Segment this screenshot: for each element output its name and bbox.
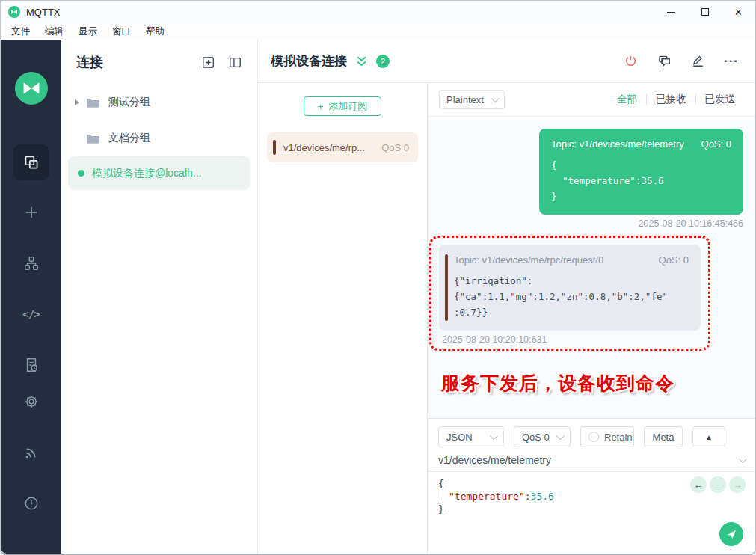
group-row[interactable]: 测试分组: [61, 85, 257, 120]
expand-caret-icon[interactable]: [75, 99, 79, 105]
retain-toggle[interactable]: Retain: [580, 426, 634, 447]
left-rail: </>: [1, 40, 61, 554]
editor-line: }: [438, 503, 745, 515]
connections-tree: 测试分组 文档分组 模拟设备连接@localh...: [61, 85, 257, 190]
rss-icon: [23, 444, 40, 461]
topic-input[interactable]: [438, 454, 739, 466]
qos-select[interactable]: QoS 0: [514, 426, 571, 447]
connection-title: 模拟设备连接: [271, 52, 347, 70]
retain-label: Retain: [604, 432, 633, 443]
history-clear-button[interactable]: −: [710, 476, 726, 493]
meta-label: Meta: [653, 432, 674, 443]
window-title: MQTTX: [26, 7, 61, 18]
sent-message-timestamp: 2025-08-20 10:16:45:466: [440, 218, 743, 229]
add-subscription-button[interactable]: + 添加订阅: [304, 96, 381, 116]
minimize-icon: [667, 12, 675, 13]
menu-window[interactable]: 窗口: [105, 25, 138, 38]
info-icon: [23, 495, 40, 512]
received-message-topic: Topic: v1/devices/me/rpc/request/0: [454, 254, 650, 266]
layout-icon: [228, 55, 242, 70]
payload-type-select[interactable]: Plaintext: [439, 90, 505, 109]
received-message-timestamp: 2025-08-20 10:20:10:631: [442, 334, 708, 345]
topic-color-marker: [273, 140, 276, 155]
menu-edit[interactable]: 编辑: [37, 25, 71, 38]
sent-message-payload: { "temperature":35.6 }: [551, 157, 731, 204]
plus-square-icon: [201, 55, 215, 70]
rail-new-connection-button[interactable]: [22, 203, 40, 221]
maximize-icon: [701, 8, 709, 16]
gear-icon: [23, 393, 40, 410]
rail-broker-button[interactable]: [22, 254, 40, 272]
filter-all[interactable]: 全部: [608, 93, 646, 106]
close-icon: ✕: [734, 7, 743, 17]
edit-pencil-button[interactable]: [691, 54, 705, 68]
menu-file[interactable]: 文件: [4, 25, 37, 38]
payload-format-select[interactable]: JSON: [438, 426, 504, 447]
topic-input-row: [428, 452, 755, 472]
new-connection-button[interactable]: [201, 55, 215, 70]
rail-about-button[interactable]: [22, 494, 40, 512]
more-options-button[interactable]: ···: [724, 58, 739, 65]
annotation-text: 服务下发后，设备收到命令: [441, 371, 743, 396]
chevron-down-icon[interactable]: [739, 455, 747, 463]
history-back-button[interactable]: ←: [690, 476, 707, 493]
chevron-down-icon: [490, 432, 498, 440]
add-subscription-label: 添加订阅: [328, 99, 367, 113]
menu-view[interactable]: 显示: [71, 25, 105, 38]
active-connection-item[interactable]: 模拟设备连接@localh...: [68, 156, 250, 190]
close-button[interactable]: ✕: [722, 1, 755, 23]
sent-message-topic: Topic: v1/devices/me/telemetry: [551, 138, 692, 150]
connected-status-dot: [78, 170, 84, 177]
send-button[interactable]: [719, 522, 743, 546]
connections-icon: [22, 153, 41, 172]
connections-title: 连接: [76, 53, 188, 71]
collapse-publish-button[interactable]: ▲: [692, 426, 725, 447]
filter-received[interactable]: 已接收: [647, 93, 695, 106]
group-row[interactable]: 文档分组: [61, 120, 257, 156]
topic-color-marker: [445, 254, 448, 321]
history-forward-button[interactable]: →: [729, 476, 746, 493]
filter-sent[interactable]: 已发送: [696, 93, 745, 106]
annotation-highlight-box: Topic: v1/devices/me/rpc/request/0 QoS: …: [429, 236, 710, 351]
text-caret: [437, 490, 437, 501]
rail-script-button[interactable]: </>: [22, 305, 40, 323]
payload-editor[interactable]: { "temperature":35.6 } ← − →: [428, 472, 755, 554]
menu-help[interactable]: 帮助: [138, 25, 172, 38]
filter-bar: Plaintext 全部 已接收 已发送: [428, 83, 755, 117]
folder-icon: [86, 133, 99, 144]
subscription-qos: QoS 0: [381, 142, 409, 153]
plus-icon: +: [318, 101, 324, 112]
titlebar: MQTTX ✕: [1, 1, 755, 23]
sitemap-icon: [23, 255, 40, 272]
connection-header: 模拟设备连接 2 ···: [258, 40, 755, 83]
payload-type-value: Plaintext: [446, 94, 484, 105]
disconnect-power-button[interactable]: [624, 54, 638, 68]
app-window: MQTTX ✕ 文件 编辑 显示 窗口 帮助: [0, 0, 756, 555]
qos-value: QoS 0: [522, 432, 550, 443]
triangle-up-icon: ▲: [705, 433, 713, 441]
rail-connections-button[interactable]: [13, 144, 49, 180]
chevron-down-icon: [556, 432, 565, 440]
chevron-down-icon: [491, 94, 500, 102]
subscription-topic: v1/devices/me/rp...: [283, 142, 377, 153]
mqttx-logo-icon: [8, 6, 20, 18]
sent-message-bubble: Topic: v1/devices/me/telemetry QoS: 0 { …: [539, 129, 743, 215]
retain-radio-icon[interactable]: [588, 432, 599, 442]
paper-plane-icon: [725, 528, 737, 540]
minimize-button[interactable]: [654, 1, 688, 23]
rail-settings-button[interactable]: [22, 393, 40, 411]
double-chevron-down-icon[interactable]: [354, 55, 369, 68]
active-connection-label: 模拟设备连接@localh...: [92, 167, 201, 180]
message-list[interactable]: Topic: v1/devices/me/telemetry QoS: 0 { …: [428, 117, 755, 418]
collapse-panel-button[interactable]: [228, 55, 242, 70]
rail-broadcast-button[interactable]: [22, 444, 40, 462]
maximize-button[interactable]: [688, 1, 722, 23]
menubar: 文件 编辑 显示 窗口 帮助: [1, 23, 755, 40]
meta-button[interactable]: Meta: [644, 426, 683, 447]
chat-bubbles-button[interactable]: [657, 54, 672, 69]
mqttx-brand-icon: [15, 72, 48, 105]
payload-format-value: JSON: [446, 432, 473, 443]
subscription-item[interactable]: v1/devices/me/rp... QoS 0: [267, 132, 418, 162]
rail-log-button[interactable]: [22, 356, 40, 374]
received-message-payload: {"irrigation": {"ca":1.1,"mg":1.2,"zn":0…: [454, 273, 689, 320]
